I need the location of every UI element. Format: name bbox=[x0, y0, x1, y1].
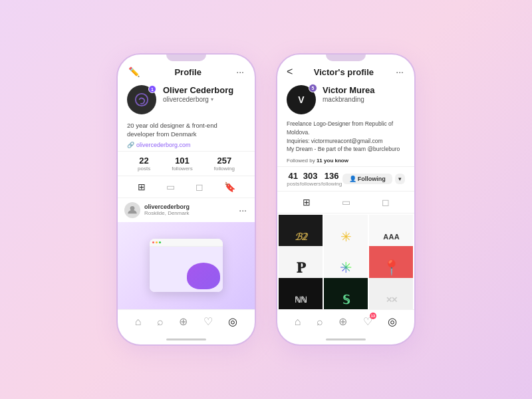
post-username: olivercederborg bbox=[144, 203, 233, 210]
post-more-button[interactable]: ··· bbox=[237, 203, 248, 217]
stat-posts[interactable]: 22 posts bbox=[138, 156, 150, 172]
victor-bio: Freelance Logo-Designer from Republic of… bbox=[277, 118, 414, 156]
phone-1-inner: ✏️ Profile ··· 1 Oliver Cederborg oliver… bbox=[118, 55, 255, 344]
more-button[interactable]: ··· bbox=[235, 65, 245, 78]
edit-button[interactable]: ✏️ bbox=[127, 65, 141, 78]
stat-following[interactable]: 257 following bbox=[214, 156, 235, 172]
post-mockup bbox=[150, 239, 223, 292]
following-button[interactable]: 👤 Following bbox=[342, 174, 392, 184]
victor-avatar: V 5 bbox=[287, 85, 316, 114]
avatar-wrap: 1 bbox=[127, 85, 156, 114]
victor-stat-followers[interactable]: 303 followers bbox=[300, 171, 321, 187]
phone2-bottom-nav: ⌂ ⌕ ⊕ ♡ 13 ◎ bbox=[277, 309, 414, 336]
level-badge: 5 bbox=[309, 84, 317, 92]
tab-person-icon[interactable]: ◻ bbox=[196, 182, 203, 192]
stat-followers[interactable]: 101 followers bbox=[172, 156, 193, 172]
phone-2: < Victor's profile ··· V 5 Victor Murea … bbox=[276, 53, 416, 346]
victor-stats-row: 41 posts 303 followers 136 following 👤 F… bbox=[277, 166, 414, 192]
victor-tab-grid-icon[interactable]: ⊞ bbox=[303, 197, 311, 207]
victor-content-tabs: ⊞ ▭ ◻ bbox=[277, 192, 414, 213]
profile-username[interactable]: olivercederborg ▾ bbox=[163, 96, 245, 103]
nav-profile-icon[interactable]: ◎ bbox=[228, 315, 237, 328]
phone2-nav-add-icon[interactable]: ⊕ bbox=[338, 315, 347, 328]
phone2-nav-likes-icon[interactable]: ♡ 13 bbox=[363, 315, 372, 328]
notification-badge: 1 bbox=[148, 85, 156, 93]
phone2-home-indicator bbox=[326, 338, 366, 340]
phone2-more-button[interactable]: ··· bbox=[394, 65, 405, 78]
post-location: Roskilde, Denmark bbox=[144, 210, 233, 216]
tab-list-icon[interactable]: ▭ bbox=[166, 182, 175, 192]
phone-2-notch bbox=[326, 55, 366, 61]
follow-btn-row: 👤 Following ▾ bbox=[342, 171, 405, 187]
phone2-nav-search-icon[interactable]: ⌕ bbox=[317, 316, 323, 328]
followed-by: Followed by 11 you know bbox=[277, 156, 414, 166]
profile-info: Oliver Cederborg olivercederborg ▾ bbox=[163, 85, 245, 103]
mockup-blob bbox=[187, 263, 220, 289]
content-tabs: ⊞ ▭ ◻ 🔖 bbox=[118, 176, 255, 198]
back-button[interactable]: < bbox=[287, 66, 293, 78]
victor-tab-list-icon[interactable]: ▭ bbox=[342, 197, 350, 207]
phone-1: ✏️ Profile ··· 1 Oliver Cederborg oliver… bbox=[116, 53, 256, 346]
home-indicator bbox=[166, 338, 206, 340]
page-title: Profile bbox=[174, 67, 201, 77]
stats-row: 22 posts 101 followers 257 following bbox=[118, 151, 255, 176]
mockup-header bbox=[150, 239, 223, 247]
victor-username: mackbranding bbox=[323, 96, 405, 103]
phone2-page-title: Victor's profile bbox=[314, 67, 374, 77]
victor-profile-info: Victor Murea mackbranding bbox=[323, 85, 405, 103]
victor-name: Victor Murea bbox=[323, 85, 405, 96]
nav-search-icon[interactable]: ⌕ bbox=[157, 316, 164, 328]
phone-1-notch bbox=[166, 55, 206, 61]
victor-stat-posts[interactable]: 41 posts bbox=[287, 171, 299, 187]
victor-stat-following[interactable]: 136 following bbox=[321, 171, 342, 187]
header-bar: ✏️ Profile ··· bbox=[118, 61, 255, 81]
post-image bbox=[118, 222, 255, 309]
post-avatar bbox=[124, 202, 140, 218]
profile-link[interactable]: 🔗 olivercederborg.com bbox=[118, 140, 255, 151]
follow-dropdown-button[interactable]: ▾ bbox=[395, 174, 405, 184]
nav-home-icon[interactable]: ⌂ bbox=[135, 316, 142, 328]
profile-name: Oliver Cederborg bbox=[163, 85, 245, 96]
phone2-nav-home-icon[interactable]: ⌂ bbox=[295, 316, 301, 328]
nav-add-icon[interactable]: ⊕ bbox=[179, 315, 188, 328]
nav-likes-icon[interactable]: ♡ bbox=[203, 315, 213, 328]
victor-profile-section: V 5 Victor Murea mackbranding bbox=[277, 81, 414, 118]
profile-bio: 20 year old designer & front-end develop… bbox=[118, 118, 255, 140]
victor-tab-person-icon[interactable]: ◻ bbox=[382, 197, 390, 207]
svg-point-1 bbox=[130, 206, 135, 211]
link-icon: 🔗 bbox=[127, 142, 134, 148]
profile-section: 1 Oliver Cederborg olivercederborg ▾ bbox=[118, 81, 255, 118]
logo-cell-9[interactable]: ✕✕ bbox=[369, 278, 413, 309]
tab-grid-icon[interactable]: ⊞ bbox=[138, 182, 146, 192]
person-check-icon: 👤 bbox=[349, 176, 356, 182]
tab-bookmark-icon[interactable]: 🔖 bbox=[224, 182, 235, 192]
post-header: olivercederborg Roskilde, Denmark ··· bbox=[118, 198, 255, 222]
likes-badge: 13 bbox=[370, 313, 376, 319]
phone2-header-bar: < Victor's profile ··· bbox=[277, 61, 414, 81]
phone2-nav-profile-icon[interactable]: ◎ bbox=[388, 315, 397, 328]
phone-2-inner: < Victor's profile ··· V 5 Victor Murea … bbox=[277, 55, 414, 344]
post-preview: olivercederborg Roskilde, Denmark ··· bbox=[118, 198, 255, 309]
logo-cell-7[interactable]: ℕℕ bbox=[279, 278, 323, 309]
chevron-down-icon: ▾ bbox=[211, 96, 213, 102]
mockup-body bbox=[150, 247, 223, 292]
post-user-info: olivercederborg Roskilde, Denmark bbox=[144, 203, 233, 216]
logo-grid: ℬ𝟚 ✳ A A A 𝐏 ✳ 📍 ℕℕ 𝕊 bbox=[277, 213, 414, 309]
logo-cell-8[interactable]: 𝕊 bbox=[324, 278, 368, 309]
bottom-nav: ⌂ ⌕ ⊕ ♡ ◎ bbox=[118, 309, 255, 336]
